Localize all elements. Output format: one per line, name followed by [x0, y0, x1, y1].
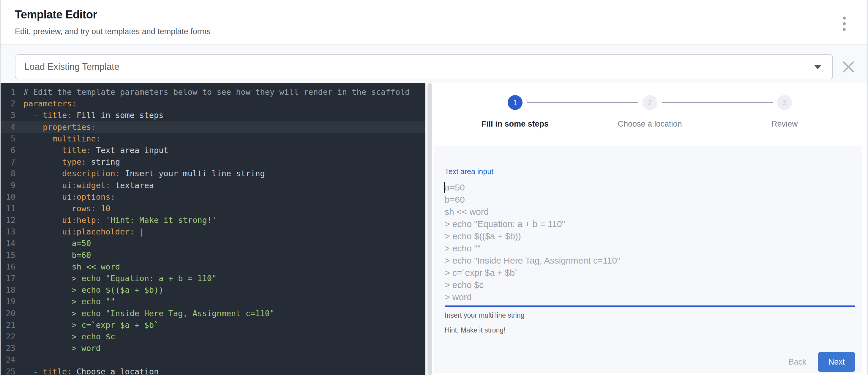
stepper-step[interactable]: 3Review	[717, 95, 852, 129]
line-number: 2	[1, 98, 16, 110]
step-circle: 3	[777, 95, 792, 110]
code-line[interactable]: 11 rows: 10	[1, 202, 425, 214]
dropdown-caret-icon	[814, 65, 822, 69]
editor-preview-split: 1# Edit the template parameters below to…	[1, 83, 867, 375]
code-line[interactable]: 16 sh << word	[1, 261, 425, 273]
code-line[interactable]: 22 > echo $c	[1, 331, 425, 342]
code-line[interactable]: 8 description: Insert your multi line st…	[1, 167, 425, 179]
template-editor-page: Template Editor Edit, preview, and try o…	[0, 0, 868, 375]
line-number: 7	[1, 156, 16, 167]
line-number: 19	[1, 296, 16, 307]
line-number: 20	[1, 308, 16, 319]
step-label: Fill in some steps	[482, 120, 549, 129]
step-circle: 1	[508, 95, 523, 110]
code-line[interactable]: 3 - title: Fill in some steps	[1, 110, 425, 121]
line-number: 22	[1, 331, 16, 342]
yaml-code-editor[interactable]: 1# Edit the template parameters below to…	[1, 83, 425, 375]
page-header: Template Editor Edit, preview, and try o…	[1, 0, 867, 44]
code-line[interactable]: 18 > echo $(($a + $b))	[1, 284, 425, 296]
stepper-step[interactable]: 1Fill in some steps	[448, 95, 583, 129]
code-line[interactable]: 21 > c=`expr $a + $b`	[1, 319, 425, 331]
step-label: Choose a location	[618, 120, 682, 129]
line-number: 9	[1, 180, 16, 191]
line-number: 4	[1, 121, 16, 133]
code-line[interactable]: 4 properties:	[1, 121, 425, 133]
stepper-connector	[527, 102, 638, 103]
stepper-connector	[662, 102, 773, 103]
page-subtitle: Edit, preview, and try out templates and…	[15, 27, 211, 36]
code-line[interactable]: 13 ui:placeholder: |	[1, 226, 425, 238]
stepper-step[interactable]: 2Choose a location	[583, 95, 717, 129]
line-number: 25	[1, 366, 16, 375]
clear-selection-icon[interactable]	[842, 60, 855, 73]
code-line[interactable]: 14 a=50	[1, 238, 425, 249]
code-line[interactable]: 5 multiline:	[1, 133, 425, 145]
code-line[interactable]: 10 ui:options:	[1, 191, 425, 202]
code-line[interactable]: 15 b=60	[1, 249, 425, 261]
header-titles: Template Editor Edit, preview, and try o…	[15, 8, 211, 36]
step-label: Review	[771, 120, 798, 129]
line-number: 17	[1, 273, 16, 284]
field-description: Insert your multi line string	[445, 311, 855, 319]
focused-input-underline	[445, 306, 855, 307]
code-line[interactable]: 17 > echo "Equation: a + b = 110"	[1, 273, 425, 284]
line-number: 18	[1, 284, 16, 296]
code-line[interactable]: 24	[1, 354, 425, 366]
code-line[interactable]: 12 ui:help: 'Hint: Make it strong!'	[1, 214, 425, 226]
content-area: Load Existing Template 1# Edit the templ…	[1, 44, 867, 375]
split-resize-handle[interactable]	[428, 83, 432, 375]
wizard-buttons: Back Next	[445, 352, 855, 372]
textarea-input[interactable]: a=50 b=60 sh << word > echo "Equation: a…	[445, 181, 855, 303]
field-label: Text area input	[445, 167, 855, 176]
line-number: 8	[1, 167, 16, 179]
code-line[interactable]: 9 ui:widget: textarea	[1, 180, 425, 191]
line-number: 3	[1, 110, 16, 121]
code-line[interactable]: 2parameters:	[1, 98, 425, 110]
code-line[interactable]: 6 title: Text area input	[1, 145, 425, 156]
step-circle: 2	[643, 95, 657, 110]
page-title: Template Editor	[15, 8, 211, 21]
code-line[interactable]: 20 > echo "Inside Here Tag, Assignment c…	[1, 308, 425, 319]
load-template-row: Load Existing Template	[1, 44, 867, 83]
line-number: 13	[1, 226, 16, 238]
stepper: 1Fill in some steps2Choose a location3Re…	[448, 95, 852, 129]
code-line[interactable]: 19 > echo ""	[1, 296, 425, 307]
code-line[interactable]: 23 > word	[1, 342, 425, 354]
code-line[interactable]: 1# Edit the template parameters below to…	[1, 86, 425, 98]
line-number: 21	[1, 319, 16, 331]
code-lines: 1# Edit the template parameters below to…	[1, 86, 425, 375]
line-number: 10	[1, 191, 16, 202]
next-button[interactable]: Next	[818, 352, 855, 372]
code-line[interactable]: 7 type: string	[1, 156, 425, 167]
line-number: 6	[1, 145, 16, 156]
textarea-placeholder: a=50 b=60 sh << word > echo "Equation: a…	[445, 181, 855, 303]
form-preview-panel: 1Fill in some steps2Choose a location3Re…	[432, 83, 867, 375]
load-template-placeholder: Load Existing Template	[24, 62, 119, 72]
line-number: 16	[1, 261, 16, 273]
line-number: 5	[1, 133, 16, 145]
load-template-select[interactable]: Load Existing Template	[15, 54, 833, 79]
field-help-text: Hint: Make it strong!	[445, 326, 855, 334]
line-number: 1	[1, 86, 16, 98]
code-line[interactable]: 25 - title: Choose a location	[1, 366, 425, 375]
line-number: 14	[1, 238, 16, 249]
kebab-menu-icon[interactable]	[835, 11, 853, 36]
line-number: 11	[1, 202, 16, 214]
form-paper: Text area input a=50 b=60 sh << word > e…	[434, 146, 862, 373]
line-number: 23	[1, 342, 16, 354]
text-cursor	[444, 182, 445, 193]
back-button[interactable]: Back	[782, 357, 812, 367]
line-number: 15	[1, 249, 16, 261]
line-number: 12	[1, 214, 16, 226]
line-number: 24	[1, 354, 16, 366]
